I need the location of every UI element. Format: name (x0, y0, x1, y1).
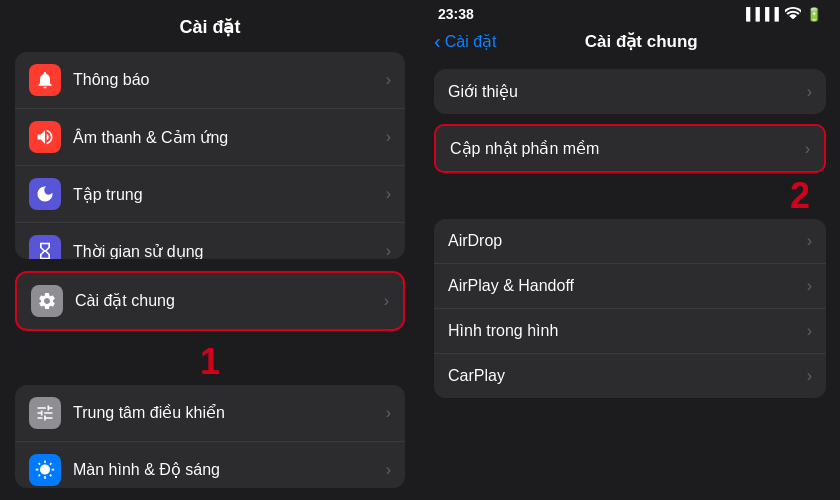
settings-item-taptrung[interactable]: Tập trung › (15, 166, 405, 223)
airplay-label: AirPlay & Handoff (448, 277, 807, 295)
manhinh-label: Màn hình & Độ sáng (73, 460, 386, 479)
right-item-carplay[interactable]: CarPlay › (434, 354, 826, 398)
giorthieu-label: Giới thiệu (448, 82, 807, 101)
hinhtrong-label: Hình trong hình (448, 322, 807, 340)
settings-item-thongbao[interactable]: Thông báo › (15, 52, 405, 109)
status-bar: 23:38 ▐▐▐▐ 🔋 (420, 0, 840, 26)
chevron-icon: › (386, 128, 391, 146)
chevron-icon: › (386, 404, 391, 422)
right-list-top: Giới thiệu › (434, 69, 826, 114)
settings-list-group1: Thông báo › Âm thanh & Cảm ứng › Tập tru… (15, 52, 405, 259)
left-title: Cài đặt (179, 16, 240, 38)
right-item-airdrop[interactable]: AirDrop › (434, 219, 826, 264)
airdrop-label: AirDrop (448, 232, 807, 250)
right-item-capnhat[interactable]: Cập nhật phần mềm › (436, 126, 824, 171)
signal-icon: ▐▐▐▐ (742, 7, 780, 21)
settings-item-thoigian[interactable]: Thời gian sử dụng › (15, 223, 405, 259)
chevron-icon: › (386, 461, 391, 479)
highlighted-capnhat[interactable]: Cập nhật phần mềm › (434, 124, 826, 173)
thoigian-label: Thời gian sử dụng (73, 242, 386, 259)
caidatchung-label: Cài đặt chung (75, 291, 384, 310)
settings-item-amthanh[interactable]: Âm thanh & Cảm ứng › (15, 109, 405, 166)
status-icons: ▐▐▐▐ 🔋 (742, 6, 822, 22)
badge-2: 2 (420, 175, 840, 217)
right-item-hinhtronghình[interactable]: Hình trong hình › (434, 309, 826, 354)
chevron-icon: › (386, 185, 391, 203)
right-title: Cài đặt chung (496, 31, 786, 52)
right-panel: 23:38 ▐▐▐▐ 🔋 ‹ Cài đặt Cài đặt chung Giớ… (420, 0, 840, 500)
right-item-giorthieu[interactable]: Giới thiệu › (434, 69, 826, 114)
settings-item-trungtam[interactable]: Trung tâm điều khiển › (15, 385, 405, 442)
amthanh-label: Âm thanh & Cảm ứng (73, 128, 386, 147)
nav-bar: ‹ Cài đặt Cài đặt chung (420, 26, 840, 61)
slider-icon (29, 397, 61, 429)
bell-icon (29, 64, 61, 96)
badge-1: 1 (200, 341, 220, 383)
chevron-icon: › (805, 140, 810, 158)
back-chevron-icon: ‹ (434, 30, 441, 53)
chevron-icon: › (386, 71, 391, 89)
sun-icon (29, 454, 61, 486)
chevron-icon: › (807, 367, 812, 385)
settings-item-caidatchung[interactable]: Cài đặt chung › (17, 273, 403, 329)
back-label: Cài đặt (445, 32, 497, 51)
speaker-icon (29, 121, 61, 153)
right-list-bottom: AirDrop › AirPlay & Handoff › Hình trong… (434, 219, 826, 398)
status-time: 23:38 (438, 6, 474, 22)
chevron-icon: › (807, 83, 812, 101)
chevron-icon: › (386, 242, 391, 259)
thongbao-label: Thông báo (73, 71, 386, 89)
chevron-icon: › (807, 277, 812, 295)
chevron-icon: › (384, 292, 389, 310)
hourglass-icon (29, 235, 61, 259)
settings-item-manhinh[interactable]: Màn hình & Độ sáng › (15, 442, 405, 488)
capnhat-label: Cập nhật phần mềm (450, 139, 805, 158)
chevron-icon: › (807, 322, 812, 340)
left-panel: Cài đặt Thông báo › Âm thanh & Cảm ứng ›… (0, 0, 420, 500)
taptrung-label: Tập trung (73, 185, 386, 204)
highlighted-caidatchung[interactable]: Cài đặt chung › (15, 271, 405, 331)
badge-container-1: 1 (15, 335, 405, 383)
battery-icon: 🔋 (806, 7, 822, 22)
carplay-label: CarPlay (448, 367, 807, 385)
trungtam-label: Trung tâm điều khiển (73, 403, 386, 422)
moon-icon (29, 178, 61, 210)
settings-list-group2: Trung tâm điều khiển › Màn hình & Độ sán… (15, 385, 405, 488)
wifi-icon (785, 6, 801, 22)
back-button[interactable]: ‹ Cài đặt (434, 30, 496, 53)
gear-icon (31, 285, 63, 317)
chevron-icon: › (807, 232, 812, 250)
right-item-airplay[interactable]: AirPlay & Handoff › (434, 264, 826, 309)
